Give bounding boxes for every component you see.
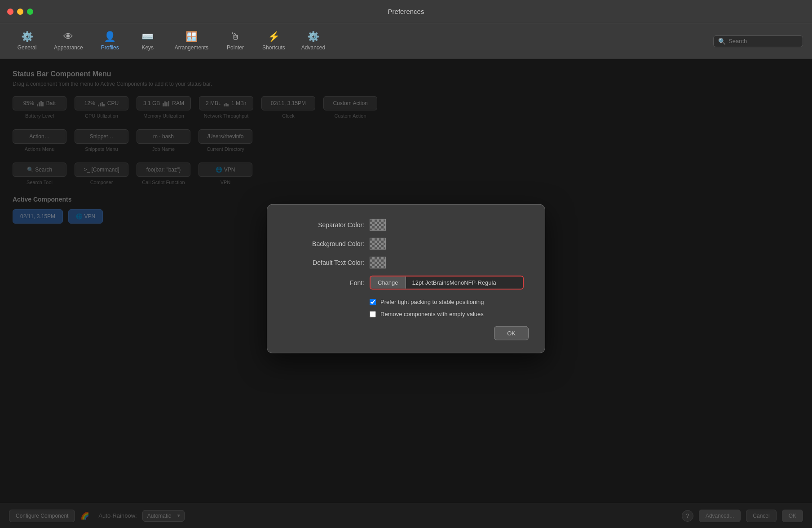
toolbar: ⚙️ General 👁 Appearance 👤 Profiles ⌨️ Ke… (0, 23, 812, 59)
prefer-tight-packing-label: Prefer tight packing to stable positioni… (380, 299, 484, 305)
prefer-tight-packing-row: Prefer tight packing to stable positioni… (283, 299, 529, 305)
main-content: Status Bar Component Menu Drag a compone… (0, 59, 812, 528)
toolbar-item-advanced[interactable]: ⚙️ Advanced (294, 28, 332, 54)
toolbar-label-advanced: Advanced (301, 44, 325, 51)
arrangements-icon: 🪟 (185, 32, 198, 42)
separator-color-row: Separator Color: (283, 219, 529, 231)
remove-empty-checkbox[interactable] (370, 311, 376, 317)
font-row: Font: Change 12pt JetBrainsMonoNFP-Regul… (283, 276, 529, 290)
toolbar-item-appearance[interactable]: 👁 Appearance (47, 28, 90, 54)
toolbar-item-keys[interactable]: ⌨️ Keys (130, 28, 166, 54)
separator-color-swatch[interactable] (370, 219, 386, 231)
window-title: Preferences (388, 8, 424, 15)
font-value: 12pt JetBrainsMonoNFP-Regula (406, 277, 523, 289)
dialog-footer: OK (283, 326, 529, 340)
background-color-row: Background Color: (283, 238, 529, 250)
font-change-button[interactable]: Change (371, 277, 406, 289)
maximize-button[interactable] (27, 9, 33, 15)
dialog-ok-button[interactable]: OK (494, 326, 529, 340)
toolbar-label-general: General (18, 44, 37, 51)
traffic-lights (7, 9, 33, 15)
general-icon: ⚙️ (21, 32, 33, 42)
profiles-icon: 👤 (104, 32, 116, 42)
toolbar-item-arrangements[interactable]: 🪟 Arrangements (168, 28, 216, 54)
font-label: Font: (283, 279, 364, 286)
appearance-icon: 👁 (63, 32, 73, 42)
remove-empty-label: Remove components with empty values (380, 311, 484, 317)
toolbar-label-arrangements: Arrangements (175, 44, 208, 51)
toolbar-item-shortcuts[interactable]: ⚡ Shortcuts (255, 28, 292, 54)
default-text-color-swatch[interactable] (370, 257, 386, 268)
toolbar-item-pointer[interactable]: 🖱 Pointer (217, 28, 253, 54)
advanced-icon: ⚙️ (307, 32, 319, 42)
separator-color-label: Separator Color: (283, 221, 364, 229)
toolbar-label-appearance: Appearance (54, 44, 83, 51)
shortcuts-icon: ⚡ (268, 32, 280, 42)
toolbar-label-shortcuts: Shortcuts (262, 44, 285, 51)
minimize-button[interactable] (17, 9, 23, 15)
toolbar-item-profiles[interactable]: 👤 Profiles (92, 28, 128, 54)
background-color-swatch[interactable] (370, 238, 386, 250)
close-button[interactable] (7, 9, 13, 15)
toolbar-search[interactable]: 🔍 (713, 35, 803, 47)
toolbar-label-keys: Keys (141, 44, 154, 51)
font-controls: Change 12pt JetBrainsMonoNFP-Regula (370, 276, 524, 290)
toolbar-item-general[interactable]: ⚙️ General (9, 28, 45, 54)
pointer-icon: 🖱 (230, 32, 240, 42)
default-text-color-label: Default Text Color: (283, 259, 364, 266)
status-bar-dialog: Separator Color: Background Color: Defau… (267, 204, 545, 353)
remove-empty-row: Remove components with empty values (283, 311, 529, 317)
search-input[interactable] (728, 38, 798, 44)
default-text-color-row: Default Text Color: (283, 257, 529, 268)
toolbar-label-pointer: Pointer (227, 44, 244, 51)
search-icon: 🔍 (718, 38, 726, 45)
titlebar: Preferences (0, 0, 812, 23)
background-color-label: Background Color: (283, 240, 364, 247)
keys-icon: ⌨️ (141, 32, 154, 42)
prefer-tight-packing-checkbox[interactable] (370, 299, 376, 305)
toolbar-label-profiles: Profiles (101, 44, 119, 51)
